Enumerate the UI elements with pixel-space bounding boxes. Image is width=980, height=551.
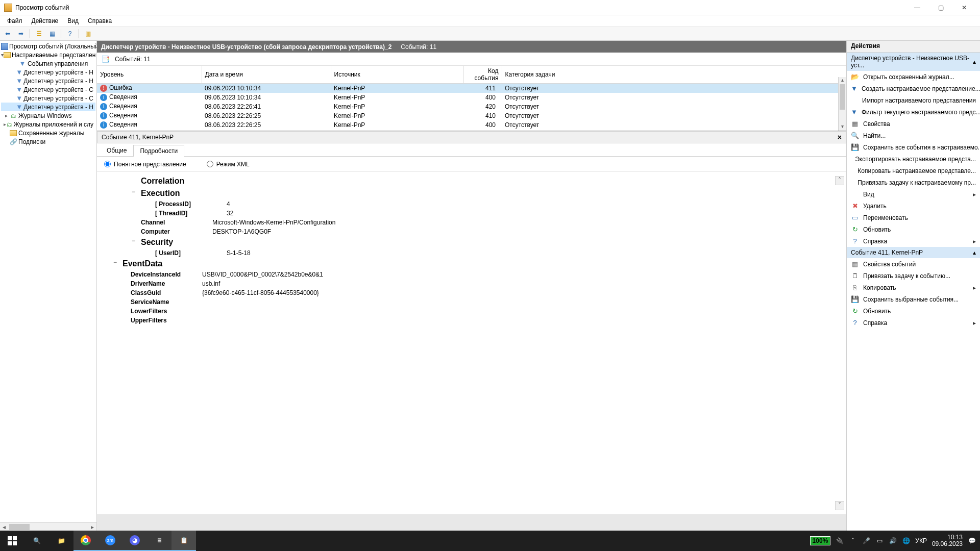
action-view-submenu[interactable]: Вид▸: [847, 188, 980, 200]
action-help[interactable]: ?Справка▸: [847, 235, 980, 247]
toolbar-btn-2[interactable]: ▦: [46, 28, 58, 39]
zoom-button[interactable]: zm: [98, 531, 122, 551]
scroll-up-icon[interactable]: ˄: [835, 176, 844, 185]
radio-xml-view[interactable]: Режим XML: [207, 161, 250, 168]
event-row[interactable]: iСведения09.06.2023 10:10:34Kernel-PnP40…: [97, 93, 846, 102]
tray-chevron-icon[interactable]: ˄: [849, 537, 857, 544]
tree-horizontal-scrollbar[interactable]: ◂▸: [0, 522, 96, 531]
event-row[interactable]: iСведения08.06.2023 22:26:41Kernel-PnP42…: [97, 102, 846, 111]
radio-friendly-input[interactable]: [104, 161, 111, 167]
event-row[interactable]: iСведения08.06.2023 22:25:40Kernel-PnP41…: [97, 130, 846, 132]
help-button[interactable]: ?: [64, 28, 76, 39]
start-button[interactable]: [0, 531, 24, 551]
collapse-icon[interactable]: −: [113, 258, 117, 267]
menu-file[interactable]: Файл: [3, 16, 27, 26]
level-icon: i: [100, 112, 107, 119]
toolbar-btn-3[interactable]: ▥: [82, 28, 93, 39]
action-save-selected[interactable]: 💾Сохранить выбранные события...: [847, 293, 980, 305]
forward-button[interactable]: ➡: [15, 28, 27, 39]
collapse-icon[interactable]: −: [132, 187, 135, 196]
cast-icon[interactable]: ▭: [875, 537, 884, 544]
actions-pane: Действия Диспетчер устройств - Неизвестн…: [846, 41, 980, 531]
network-icon[interactable]: 🌐: [902, 537, 910, 544]
col-datetime[interactable]: Дата и время: [202, 66, 331, 84]
radio-xml-input[interactable]: [207, 161, 213, 167]
menu-action[interactable]: Действие: [28, 16, 63, 26]
action-copy[interactable]: ⎘Копировать▸: [847, 282, 980, 293]
action-copy-view[interactable]: Копировать настраиваемое представле...: [847, 165, 980, 177]
tree-filter-item[interactable]: ▼Диспетчер устройств - Н: [1, 103, 95, 111]
expand-icon[interactable]: ▸: [3, 113, 9, 118]
maximize-button[interactable]: ▢: [929, 0, 952, 15]
toolbar-btn-1[interactable]: ☰: [33, 28, 44, 39]
file-explorer-button[interactable]: 📁: [49, 531, 74, 551]
action-help-2[interactable]: ?Справка▸: [847, 317, 980, 329]
action-event-properties[interactable]: ▦Свойства событий: [847, 258, 980, 270]
tree-root[interactable]: Просмотр событий (Локальный: [1, 42, 95, 51]
col-level[interactable]: Уровень: [97, 66, 202, 84]
mic-icon[interactable]: 🎤: [862, 537, 870, 544]
tree-filter-item[interactable]: ▼Диспетчер устройств - С: [1, 85, 95, 94]
event-table-scrollbar[interactable]: ▴▾: [838, 77, 846, 131]
event-viewer-taskbar-button[interactable]: 📋: [172, 531, 196, 551]
collapse-icon[interactable]: ▴: [973, 58, 976, 65]
collapse-icon[interactable]: ▴: [973, 249, 976, 256]
action-attach-task[interactable]: Привязать задачу к настраиваемому пр...: [847, 177, 980, 188]
tree-filter-item[interactable]: ▼Диспетчер устройств - С: [1, 94, 95, 103]
action-refresh[interactable]: ↻Обновить: [847, 223, 980, 235]
discord-button[interactable]: ◕: [122, 531, 147, 551]
language-indicator[interactable]: УКР: [915, 537, 927, 544]
event-row[interactable]: iСведения08.06.2023 22:26:25Kernel-PnP41…: [97, 111, 846, 120]
power-icon[interactable]: 🔌: [836, 537, 844, 544]
action-open-saved-log[interactable]: 📂Открыть сохраненный журнал...: [847, 71, 980, 83]
action-find[interactable]: 🔍Найти...: [847, 130, 980, 141]
tree-app-logs[interactable]: ▸ 🗂 Журналы приложений и слу: [1, 120, 95, 129]
clock[interactable]: 10:13 09.06.2023: [932, 534, 963, 547]
minimize-button[interactable]: —: [905, 0, 929, 15]
battery-indicator[interactable]: 100%: [810, 536, 831, 545]
action-refresh-2[interactable]: ↻Обновить: [847, 305, 980, 317]
tree-filter-item[interactable]: ▼Диспетчер устройств - Н: [1, 77, 95, 85]
tree-filter-item[interactable]: ▼События управления: [1, 59, 95, 68]
search-button[interactable]: 🔍: [24, 531, 49, 551]
save-icon: 💾: [851, 295, 859, 304]
action-delete[interactable]: ✖Удалить: [847, 200, 980, 212]
system-tray: 100% 🔌 ˄ 🎤 ▭ 🔊 🌐 УКР 10:13 09.06.2023 💬: [810, 534, 980, 547]
collapse-icon[interactable]: −: [132, 236, 135, 245]
tab-general[interactable]: Общие: [100, 144, 133, 156]
action-create-view[interactable]: ▼Создать настраиваемое представление...: [847, 83, 980, 94]
action-filter-view[interactable]: ▼Фильтр текущего настраиваемого предс...: [847, 106, 980, 118]
action-properties[interactable]: ▦Свойства: [847, 118, 980, 130]
action-save-all[interactable]: 💾Сохранить все события в настраиваемо...: [847, 141, 980, 153]
taskbar-app-1[interactable]: 🖥: [147, 531, 172, 551]
expand-icon[interactable]: ▸: [3, 121, 7, 127]
menu-view[interactable]: Вид: [63, 16, 83, 26]
tab-details[interactable]: Подробности: [133, 145, 184, 157]
radio-friendly-view[interactable]: Понятное представление: [104, 161, 186, 168]
menu-help[interactable]: Справка: [84, 16, 116, 26]
tree-filter-item[interactable]: ▼Диспетчер устройств - Н: [1, 68, 95, 77]
tree-windows-logs[interactable]: ▸ 🗂 Журналы Windows: [1, 111, 95, 120]
action-attach-task-event[interactable]: 🗒Привязать задачу к событию...: [847, 270, 980, 282]
tree-subscriptions[interactable]: 🔗 Подписки: [1, 137, 95, 146]
volume-icon[interactable]: 🔊: [889, 537, 897, 544]
action-rename[interactable]: ▭Переименовать: [847, 212, 980, 223]
event-row[interactable]: iСведения08.06.2023 22:26:25Kernel-PnP40…: [97, 120, 846, 130]
close-button[interactable]: ✕: [952, 0, 976, 15]
tree-custom-views[interactable]: ▾ Настраиваемые представлен: [1, 51, 95, 59]
help-icon: ?: [851, 237, 859, 245]
tree-saved-logs[interactable]: Сохраненные журналы: [1, 129, 95, 137]
detail-close-button[interactable]: ×: [838, 133, 842, 141]
col-eventid[interactable]: Код события: [463, 66, 502, 84]
col-source[interactable]: Источник: [331, 66, 463, 84]
detail-scrollbar[interactable]: ˄ ˅: [835, 176, 844, 510]
chrome-button[interactable]: [74, 531, 98, 551]
deviceinstance-value: USB\VID_0000&PID_0002\7&2542b0e&0&1: [202, 270, 323, 279]
action-import-view[interactable]: Импорт настраиваемого представления: [847, 94, 980, 106]
event-row[interactable]: !Ошибка09.06.2023 10:10:34Kernel-PnP411О…: [97, 84, 846, 93]
action-export-view[interactable]: Экспортировать настраиваемое предста...: [847, 153, 980, 165]
notifications-icon[interactable]: 💬: [968, 537, 976, 544]
col-task[interactable]: Категория задачи: [502, 66, 846, 84]
scroll-down-icon[interactable]: ˅: [835, 501, 844, 510]
back-button[interactable]: ⬅: [2, 28, 13, 39]
